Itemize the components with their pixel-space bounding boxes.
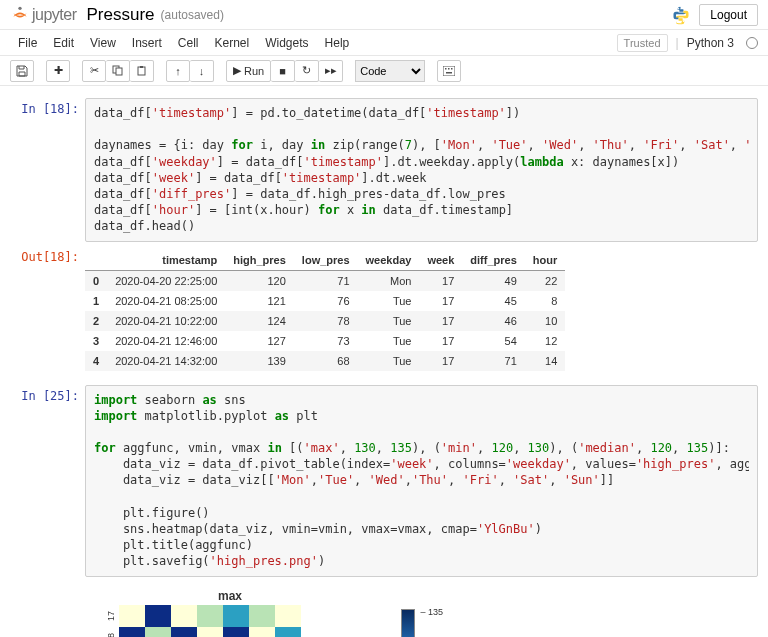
heatmap-cell — [145, 605, 171, 627]
df-cell: 71 — [462, 351, 524, 371]
restart-button[interactable]: ↻ — [295, 60, 319, 82]
df-cell: 49 — [462, 270, 524, 291]
df-cell: 2020-04-20 22:25:00 — [107, 270, 225, 291]
cut-icon: ✂ — [90, 64, 99, 77]
toolbar: ✚ ✂ ↑ ↓ ▶Run ■ ↻ ▸▸ Code — [0, 56, 768, 86]
df-cell: 76 — [294, 291, 358, 311]
svg-rect-8 — [445, 68, 447, 70]
input-prompt: In [18]: — [10, 98, 85, 242]
heatmap-cell — [275, 627, 301, 637]
copy-button[interactable] — [106, 60, 130, 82]
menu-help[interactable]: Help — [317, 33, 358, 53]
trusted-badge[interactable]: Trusted — [617, 34, 668, 52]
arrow-down-icon: ↓ — [199, 65, 205, 77]
df-cell: 17 — [419, 270, 462, 291]
svg-point-1 — [678, 8, 680, 10]
jupyter-logo[interactable]: jupyter — [10, 5, 77, 25]
df-cell: 10 — [525, 311, 565, 331]
df-header: weekday — [358, 250, 420, 271]
df-cell: Tue — [358, 331, 420, 351]
svg-rect-4 — [116, 68, 122, 75]
output-prompt: Out[18]: — [10, 246, 85, 371]
run-button[interactable]: ▶Run — [226, 60, 271, 82]
logout-button[interactable]: Logout — [699, 4, 758, 26]
plus-icon: ✚ — [54, 64, 63, 77]
df-header: hour — [525, 250, 565, 271]
run-label: Run — [244, 65, 264, 77]
move-down-button[interactable]: ↓ — [190, 60, 214, 82]
copy-icon — [112, 65, 123, 76]
heatmap-cell — [223, 605, 249, 627]
df-cell: Mon — [358, 270, 420, 291]
dataframe-table: timestamphigh_preslow_presweekdayweekdif… — [85, 250, 565, 371]
heatmap-grid: 171819202122 — [103, 605, 375, 637]
df-cell: 2020-04-21 14:32:00 — [107, 351, 225, 371]
df-cell: 3 — [85, 331, 107, 351]
df-header: timestamp — [107, 250, 225, 271]
colorbar-tick: – 135 — [420, 607, 443, 617]
df-cell: 45 — [462, 291, 524, 311]
heatmap-cell — [249, 627, 275, 637]
df-header: diff_pres — [462, 250, 524, 271]
cut-button[interactable]: ✂ — [82, 60, 106, 82]
df-header: high_pres — [225, 250, 294, 271]
heatmap-figure: max week 171819202122 MonTueWedThuFriSat… — [85, 589, 375, 637]
heatmap-cell — [249, 605, 275, 627]
df-cell: 78 — [294, 311, 358, 331]
add-cell-button[interactable]: ✚ — [46, 60, 70, 82]
interrupt-button[interactable]: ■ — [271, 60, 295, 82]
heatmap-cell — [223, 627, 249, 637]
df-cell: 8 — [525, 291, 565, 311]
paste-button[interactable] — [130, 60, 154, 82]
menu-view[interactable]: View — [82, 33, 124, 53]
menu-widgets[interactable]: Widgets — [257, 33, 316, 53]
svg-rect-11 — [446, 72, 452, 74]
code-cell[interactable]: In [18]: data_df['timestamp'] = pd.to_da… — [0, 96, 768, 244]
menu-kernel[interactable]: Kernel — [207, 33, 258, 53]
svg-rect-9 — [448, 68, 450, 70]
heatmap-cell — [171, 627, 197, 637]
notebook-header: jupyter Pressure (autosaved) Logout — [0, 0, 768, 30]
menu-insert[interactable]: Insert — [124, 33, 170, 53]
code-cell[interactable]: In [25]: import seaborn as sns import ma… — [0, 383, 768, 579]
svg-point-0 — [18, 6, 21, 9]
y-tick: 17 — [100, 608, 122, 624]
kernel-status-icon — [746, 37, 758, 49]
df-cell: 4 — [85, 351, 107, 371]
arrow-up-icon: ↑ — [175, 65, 181, 77]
svg-rect-7 — [443, 66, 455, 76]
df-cell: 17 — [419, 311, 462, 331]
notebook-container: In [18]: data_df['timestamp'] = pd.to_da… — [0, 86, 768, 637]
heatmap-cell — [119, 627, 145, 637]
df-header: low_pres — [294, 250, 358, 271]
heatmap-cell — [171, 605, 197, 627]
heatmap-cell — [145, 627, 171, 637]
move-up-button[interactable]: ↑ — [166, 60, 190, 82]
save-button[interactable] — [10, 60, 34, 82]
table-row: 32020-04-21 12:46:0012773Tue175412 — [85, 331, 565, 351]
run-icon: ▶ — [233, 64, 241, 77]
code-input[interactable]: data_df['timestamp'] = pd.to_datetime(da… — [85, 98, 758, 242]
jupyter-text: jupyter — [32, 6, 77, 24]
heatmap-cell — [197, 605, 223, 627]
kernel-indicator[interactable]: Python 3 — [687, 36, 734, 50]
command-palette-button[interactable] — [437, 60, 461, 82]
notebook-name[interactable]: Pressure — [87, 5, 155, 25]
code-input[interactable]: import seaborn as sns import matplotlib.… — [85, 385, 758, 577]
menu-file[interactable]: File — [10, 33, 45, 53]
df-cell: 1 — [85, 291, 107, 311]
df-cell: 17 — [419, 351, 462, 371]
cell-type-select[interactable]: Code — [355, 60, 425, 82]
heatmap-cell — [197, 627, 223, 637]
table-row: 42020-04-21 14:32:0013968Tue177114 — [85, 351, 565, 371]
df-cell: 0 — [85, 270, 107, 291]
df-cell: 2020-04-21 12:46:00 — [107, 331, 225, 351]
output-prompt-empty — [10, 581, 85, 637]
menu-edit[interactable]: Edit — [45, 33, 82, 53]
df-cell: 139 — [225, 351, 294, 371]
python-icon — [671, 5, 691, 25]
svg-rect-10 — [451, 68, 453, 70]
menu-cell[interactable]: Cell — [170, 33, 207, 53]
restart-run-all-button[interactable]: ▸▸ — [319, 60, 343, 82]
df-cell: 121 — [225, 291, 294, 311]
